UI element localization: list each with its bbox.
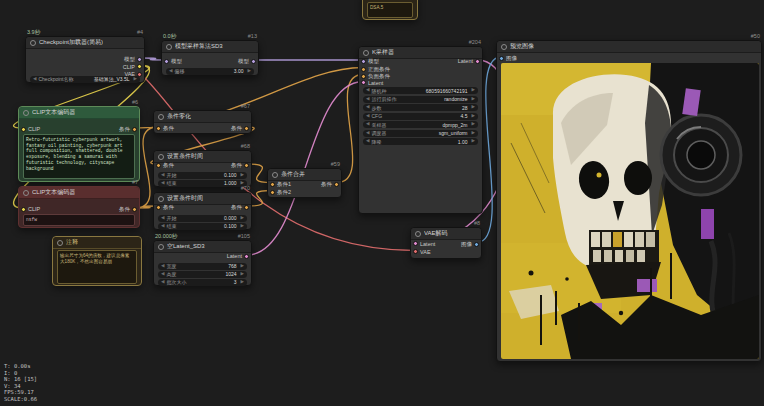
node-conditioning-combine[interactable]: #59条件合并条件1条件2条件 bbox=[267, 168, 342, 198]
node-set-timestep-range-2[interactable]: #70设置条件时间条件条件◀开始0.000▶◀结束0.100▶ bbox=[153, 192, 252, 230]
widget-right-arrow-icon[interactable]: ▶ bbox=[472, 88, 475, 93]
widget-采样器[interactable]: ◀采样器dpmpp_2m▶ bbox=[363, 121, 478, 128]
output-port-Latent[interactable]: Latent bbox=[227, 253, 249, 259]
node-title-bar-preview-image[interactable]: 预览图像 bbox=[497, 41, 761, 53]
widget-right-arrow-icon[interactable]: ▶ bbox=[472, 105, 475, 110]
node-vae-decode[interactable]: #8VAE解码LatentVAE图像 bbox=[410, 227, 482, 259]
collapse-icon[interactable] bbox=[158, 196, 164, 202]
output-port-模型[interactable]: 模型 bbox=[124, 56, 142, 63]
collapse-icon[interactable] bbox=[272, 172, 278, 178]
node-title-bar-empty-latent-sd3[interactable]: 空Latent_SD3 bbox=[154, 241, 251, 253]
collapse-icon[interactable] bbox=[363, 50, 369, 56]
widget-left-arrow-icon[interactable]: ◀ bbox=[366, 131, 369, 136]
port-dot-image[interactable] bbox=[474, 242, 479, 247]
text-area-clip-encode-negative[interactable]: nsfw bbox=[23, 214, 135, 226]
port-dot-cond[interactable] bbox=[156, 126, 161, 131]
widget-left-arrow-icon[interactable]: ◀ bbox=[366, 139, 369, 144]
widget-left-arrow-icon[interactable]: ◀ bbox=[366, 114, 369, 119]
output-port-条件[interactable]: 条件 bbox=[231, 125, 249, 132]
widget-宽度[interactable]: ◀宽度768▶ bbox=[158, 263, 247, 270]
widget-left-arrow-icon[interactable]: ◀ bbox=[161, 264, 164, 269]
collapse-icon[interactable] bbox=[57, 240, 63, 246]
widget-right-arrow-icon[interactable]: ▶ bbox=[241, 216, 244, 221]
collapse-icon[interactable] bbox=[158, 114, 164, 120]
widget-left-arrow-icon[interactable]: ◀ bbox=[366, 97, 369, 102]
text-area-partial-note[interactable]: DSA.5 bbox=[367, 2, 413, 18]
input-port-条件1[interactable]: 条件1 bbox=[270, 181, 291, 188]
input-port-图像[interactable]: 图像 bbox=[499, 55, 517, 62]
node-title-bar-clip-encode-negative[interactable]: CLIP文本编码器 bbox=[19, 187, 139, 199]
widget-left-arrow-icon[interactable]: ◀ bbox=[161, 173, 164, 178]
widget-调度器[interactable]: ◀调度器sgm_uniform▶ bbox=[363, 130, 478, 137]
widget-left-arrow-icon[interactable]: ◀ bbox=[33, 77, 36, 82]
node-checkpoint-loader[interactable]: 3.9秒#4Checkpoint加载器(简易)模型CLIPVAE◀Checkpo… bbox=[25, 36, 145, 83]
widget-CFG[interactable]: ◀CFG4.5▶ bbox=[363, 113, 478, 120]
node-title-bar-model-sampling-sd3[interactable]: 模型采样算法SD3 bbox=[162, 41, 258, 53]
widget-开始[interactable]: ◀开始0.000▶ bbox=[158, 215, 247, 222]
port-dot-model[interactable] bbox=[361, 59, 366, 64]
widget-高度[interactable]: ◀高度1024▶ bbox=[158, 271, 247, 278]
port-dot-cond[interactable] bbox=[132, 207, 137, 212]
widget-right-arrow-icon[interactable]: ▶ bbox=[241, 173, 244, 178]
widget-left-arrow-icon[interactable]: ◀ bbox=[161, 224, 164, 229]
port-dot-cond[interactable] bbox=[270, 182, 275, 187]
widget-left-arrow-icon[interactable]: ◀ bbox=[366, 105, 369, 110]
input-port-Latent[interactable]: Latent bbox=[413, 241, 435, 247]
collapse-icon[interactable] bbox=[23, 110, 29, 116]
widget-right-arrow-icon[interactable]: ▶ bbox=[472, 122, 475, 127]
collapse-icon[interactable] bbox=[23, 190, 29, 196]
output-port-条件[interactable]: 条件 bbox=[321, 181, 339, 188]
port-dot-cond[interactable] bbox=[270, 190, 275, 195]
output-port-条件[interactable]: 条件 bbox=[119, 206, 137, 213]
widget-right-arrow-icon[interactable]: ▶ bbox=[134, 77, 137, 82]
node-note[interactable]: 注释输出尺寸为64的倍数，建议总像素大180K，不然出图容易崩 bbox=[52, 236, 142, 286]
input-port-正面条件[interactable]: 正面条件 bbox=[361, 66, 390, 73]
node-set-timestep-range-1[interactable]: #68设置条件时间条件条件◀开始0.100▶◀结束1.000▶ bbox=[153, 150, 252, 187]
widget-降噪[interactable]: ◀降噪1.00▶ bbox=[363, 138, 478, 145]
output-port-图像[interactable]: 图像 bbox=[461, 241, 479, 248]
port-dot-model[interactable] bbox=[137, 57, 142, 62]
port-dot-latent[interactable] bbox=[361, 80, 366, 85]
widget-随机种[interactable]: ◀随机种680591660742191▶ bbox=[363, 87, 478, 94]
port-dot-clip[interactable] bbox=[21, 127, 26, 132]
text-area-clip-encode-positive[interactable]: Retro-futuristic cyberpunk artwork, fant… bbox=[23, 134, 135, 179]
widget-right-arrow-icon[interactable]: ▶ bbox=[472, 131, 475, 136]
input-port-CLIP[interactable]: CLIP bbox=[21, 206, 40, 212]
input-port-模型[interactable]: 模型 bbox=[361, 58, 379, 65]
node-clip-encode-positive[interactable]: #6CLIP文本编码器CLIP条件Retro-futuristic cyberp… bbox=[18, 106, 140, 182]
output-port-CLIP[interactable]: CLIP bbox=[123, 64, 142, 70]
widget-left-arrow-icon[interactable]: ◀ bbox=[161, 280, 164, 285]
output-port-条件[interactable]: 条件 bbox=[231, 204, 249, 211]
port-dot-model[interactable] bbox=[251, 59, 256, 64]
node-title-bar-conditioning-zero-out[interactable]: 条件零化 bbox=[154, 111, 251, 123]
widget-right-arrow-icon[interactable]: ▶ bbox=[472, 139, 475, 144]
input-port-VAE[interactable]: VAE bbox=[413, 249, 431, 255]
collapse-icon[interactable] bbox=[30, 40, 36, 46]
node-model-sampling-sd3[interactable]: 0.0秒#13模型采样算法SD3模型模型◀偏移3.00▶ bbox=[161, 40, 259, 76]
node-empty-latent-sd3[interactable]: 20.000秒#105空Latent_SD3Latent◀宽度768▶◀高度10… bbox=[153, 240, 252, 286]
node-title-bar-conditioning-combine[interactable]: 条件合并 bbox=[268, 169, 341, 181]
text-area-note[interactable]: 输出尺寸为64的倍数，建议总像素大180K，不然出图容易崩 bbox=[57, 250, 137, 284]
input-port-条件2[interactable]: 条件2 bbox=[270, 189, 291, 196]
output-port-Latent[interactable]: Latent bbox=[458, 58, 480, 64]
node-title-bar-checkpoint-loader[interactable]: Checkpoint加载器(简易) bbox=[26, 37, 144, 49]
input-port-CLIP[interactable]: CLIP bbox=[21, 126, 40, 132]
node-ksampler[interactable]: #204K采样器模型正面条件负面条件LatentLatent◀随机种680591… bbox=[358, 46, 483, 214]
port-dot-cond[interactable] bbox=[132, 127, 137, 132]
collapse-icon[interactable] bbox=[501, 44, 507, 50]
input-port-负面条件[interactable]: 负面条件 bbox=[361, 73, 390, 80]
port-dot-latent[interactable] bbox=[475, 59, 480, 64]
port-dot-cond[interactable] bbox=[244, 205, 249, 210]
input-port-条件[interactable]: 条件 bbox=[156, 162, 174, 169]
widget-步数[interactable]: ◀步数28▶ bbox=[363, 104, 478, 111]
port-dot-cond[interactable] bbox=[156, 205, 161, 210]
widget-left-arrow-icon[interactable]: ◀ bbox=[161, 181, 164, 186]
widget-开始[interactable]: ◀开始0.100▶ bbox=[158, 172, 247, 179]
port-dot-latent[interactable] bbox=[244, 254, 249, 259]
port-dot-model[interactable] bbox=[164, 59, 169, 64]
port-dot-latent[interactable] bbox=[413, 241, 418, 246]
widget-Checkpoint名称[interactable]: ◀Checkpoint名称基础算法_V3.5L▶ bbox=[30, 76, 140, 83]
collapse-icon[interactable] bbox=[166, 44, 172, 50]
widget-right-arrow-icon[interactable]: ▶ bbox=[472, 114, 475, 119]
widget-left-arrow-icon[interactable]: ◀ bbox=[169, 69, 172, 74]
